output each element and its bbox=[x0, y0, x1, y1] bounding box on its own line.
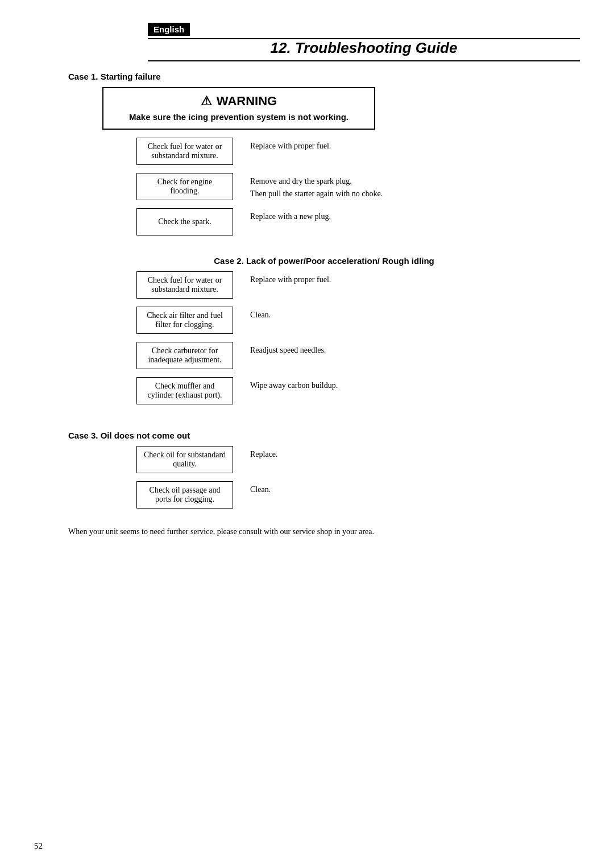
language-badge: English bbox=[148, 23, 190, 36]
footer-text: When your unit seems to need further ser… bbox=[68, 526, 580, 538]
case3-check-1: Check oil for substandard quality. bbox=[136, 446, 233, 473]
case2-entry-3: Check carburetor for inadequate adjustme… bbox=[136, 342, 580, 369]
case2-remedy-2: Clean. bbox=[250, 307, 271, 321]
case3-remedy-1: Replace. bbox=[250, 446, 278, 461]
case1-entry-3: Check the spark. Replace with a new plug… bbox=[136, 208, 580, 235]
case3-heading: Case 3. Oil does not come out bbox=[68, 431, 580, 440]
case1-remedy-1: Replace with proper fuel. bbox=[250, 138, 331, 152]
case1-heading: Case 1. Starting failure bbox=[68, 72, 580, 81]
warning-title: ⚠ WARNING bbox=[201, 94, 277, 109]
case3-entry-2: Check oil passage and ports for clogging… bbox=[136, 481, 580, 509]
case2-entries: Check fuel for water or substandard mixt… bbox=[136, 271, 580, 404]
case2-check-3: Check carburetor for inadequate adjustme… bbox=[136, 342, 233, 369]
warning-text: Make sure the icing prevention system is… bbox=[129, 112, 349, 122]
case1-section: Case 1. Starting failure ⚠ WARNING Make … bbox=[68, 72, 580, 235]
case2-remedy-1: Replace with proper fuel. bbox=[250, 271, 331, 286]
case2-remedy-4: Wipe away carbon buildup. bbox=[250, 377, 338, 392]
case1-entry-1: Check fuel for water or substandard mixt… bbox=[136, 138, 580, 165]
case2-entry-4: Check muffler and cylinder (exhaust port… bbox=[136, 377, 580, 404]
case3-check-2: Check oil passage and ports for clogging… bbox=[136, 481, 233, 509]
case3-entries: Check oil for substandard quality. Repla… bbox=[136, 446, 580, 509]
case2-entry-2: Check air filter and fuel filter for clo… bbox=[136, 307, 580, 334]
case3-section: Case 3. Oil does not come out Check oil … bbox=[68, 431, 580, 509]
case2-check-4: Check muffler and cylinder (exhaust port… bbox=[136, 377, 233, 404]
header-area: English 12. Troubleshooting Guide bbox=[148, 23, 580, 61]
case1-check-1: Check fuel for water or substandard mixt… bbox=[136, 138, 233, 165]
case3-remedy-2: Clean. bbox=[250, 481, 271, 496]
case2-entry-1: Check fuel for water or substandard mixt… bbox=[136, 271, 580, 299]
case2-remedy-3: Readjust speed needles. bbox=[250, 342, 326, 357]
case1-check-2: Check for engine flooding. bbox=[136, 173, 233, 200]
section-title: 12. Troubleshooting Guide bbox=[148, 39, 580, 60]
case2-section: Case 2. Lack of power/Poor acceleration/… bbox=[68, 256, 580, 404]
case1-remedy-3: Replace with a new plug. bbox=[250, 208, 331, 223]
case2-heading: Case 2. Lack of power/Poor acceleration/… bbox=[68, 256, 580, 266]
page-container: English 12. Troubleshooting Guide Case 1… bbox=[0, 0, 614, 868]
case1-entries: Check fuel for water or substandard mixt… bbox=[136, 138, 580, 235]
case2-check-2: Check air filter and fuel filter for clo… bbox=[136, 307, 233, 334]
warning-triangle-icon: ⚠ bbox=[201, 94, 212, 109]
case2-check-1: Check fuel for water or substandard mixt… bbox=[136, 271, 233, 299]
gap-1 bbox=[34, 235, 580, 251]
case1-check-3: Check the spark. bbox=[136, 208, 233, 235]
gap-2 bbox=[34, 404, 580, 420]
section-header: 12. Troubleshooting Guide bbox=[148, 39, 580, 61]
warning-box: ⚠ WARNING Make sure the icing prevention… bbox=[102, 87, 375, 130]
case1-entry-2: Check for engine flooding. Remove and dr… bbox=[136, 173, 580, 200]
case1-remedy-2: Remove and dry the spark plug. Then pull… bbox=[250, 173, 383, 200]
case3-entry-1: Check oil for substandard quality. Repla… bbox=[136, 446, 580, 473]
page-number: 52 bbox=[34, 841, 43, 851]
